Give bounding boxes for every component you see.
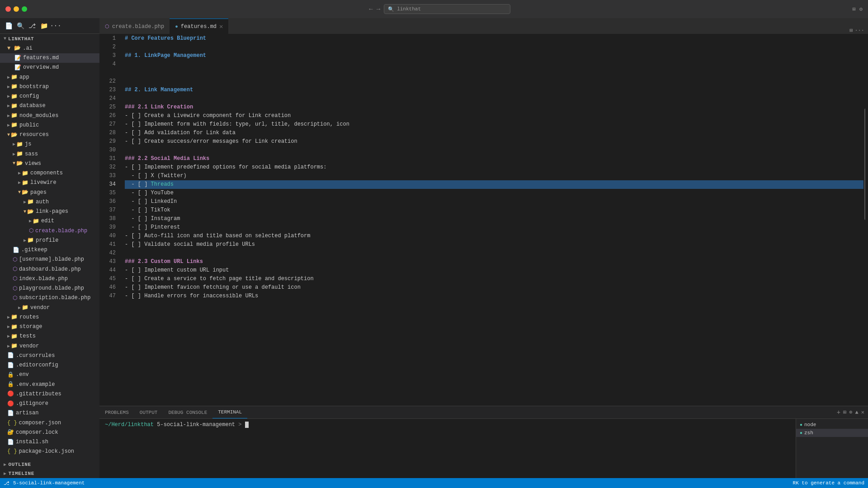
- sidebar-item-vendor-inner[interactable]: ▶ 📁 vendor: [0, 303, 99, 312]
- file-txt-icon: 📄: [7, 352, 14, 359]
- panel-tab-problems[interactable]: PROBLEMS: [99, 406, 134, 418]
- explorer-icon[interactable]: 📁: [39, 21, 49, 31]
- sidebar-item-components[interactable]: ▶ 📁 components: [0, 169, 99, 178]
- sidebar-root[interactable]: ▼ LINKTHAT: [0, 34, 99, 43]
- sidebar-item-username-blade[interactable]: ⬡ [username].blade.php: [0, 255, 99, 264]
- terminal-session-zsh[interactable]: ● zsh: [796, 429, 868, 437]
- sidebar-item-dashboard-blade[interactable]: ⬡ dashboard.blade.php: [0, 264, 99, 274]
- file-git-icon: 🔴: [7, 400, 14, 407]
- tabs: ⬡ create.blade.php ● features.md ✕: [99, 19, 228, 34]
- composer-lock-label: composer.lock: [16, 429, 58, 436]
- panel-tab-debug-console[interactable]: DEBUG CONSOLE: [163, 406, 212, 418]
- search-bar[interactable]: 🔍 linkthat: [384, 4, 510, 14]
- sidebar-item-index-blade[interactable]: ⬡ index.blade.php: [0, 274, 99, 283]
- sidebar-item-create-blade[interactable]: ⬡ create.blade.php: [0, 226, 99, 235]
- nav-forward-button[interactable]: →: [377, 5, 380, 13]
- sidebar-item-gitattributes[interactable]: 🔴 .gitattributes: [0, 389, 99, 399]
- editor-scrollbar[interactable]: [863, 34, 868, 406]
- sidebar-item-livewire[interactable]: ▶ 📁 livewire: [0, 178, 99, 188]
- outline-section[interactable]: ▶ OUTLINE: [0, 460, 99, 469]
- minimize-button[interactable]: [14, 6, 19, 12]
- sidebar-item-profile[interactable]: ▶ 📁 profile: [0, 235, 99, 245]
- sidebar-item-auth[interactable]: ▶ 📁 auth: [0, 197, 99, 206]
- new-terminal-icon[interactable]: +: [837, 409, 840, 416]
- panel-content: ~/Herd/linkthat 5-social-link-management…: [99, 419, 868, 478]
- panel-tab-output[interactable]: OUTPUT: [134, 406, 163, 418]
- file-txt-icon: 📄: [13, 247, 19, 253]
- playground-blade-label: playground.blade.php: [19, 285, 84, 291]
- folder-resources-icon: 📂: [11, 131, 18, 138]
- sidebar-item-pages[interactable]: ▼ 📂 pages: [0, 188, 99, 197]
- chevron-right-icon: ▶: [29, 218, 32, 224]
- sidebar-item-tests[interactable]: ▶ 📁 tests: [0, 332, 99, 341]
- tab-features-md[interactable]: ● features.md ✕: [170, 19, 228, 34]
- split-terminal-icon[interactable]: ⊞: [843, 409, 846, 416]
- terminal-session-node[interactable]: ● node: [796, 421, 868, 429]
- editor-content[interactable]: # Core Features Blueprint ## 1. LinkPage…: [121, 34, 863, 406]
- sidebar-item-env[interactable]: 🔒 .env: [0, 370, 99, 380]
- maximize-button[interactable]: [22, 6, 27, 12]
- sidebar-item-resources[interactable]: ▼ 📂 resources: [0, 130, 99, 140]
- sidebar-item-node-modules[interactable]: ▶ 📁 node_modules: [0, 111, 99, 120]
- sidebar-item-config[interactable]: ▶ 📁 config: [0, 92, 99, 101]
- sidebar-item-editorconfig[interactable]: 📄 .editorconfig: [0, 361, 99, 370]
- sidebar-item-link-pages[interactable]: ▼ 📂 link-pages: [0, 207, 99, 216]
- close-button[interactable]: [5, 6, 11, 12]
- sidebar-item-gitignore[interactable]: 🔴 .gitignore: [0, 399, 99, 408]
- sidebar-item-playground-blade[interactable]: ⬡ playground.blade.php: [0, 284, 99, 293]
- sidebar-item-cursorrules[interactable]: 📄 .cursorrules: [0, 351, 99, 360]
- tab-close-button[interactable]: ✕: [219, 23, 223, 30]
- file-blade-icon: ⬡: [13, 275, 17, 282]
- chevron-right-icon: ▶: [7, 103, 10, 108]
- sidebar-item-sass[interactable]: ▶ 📁 sass: [0, 149, 99, 159]
- sidebar-item-composer-lock[interactable]: 🔐 composer.lock: [0, 427, 99, 437]
- source-control-icon[interactable]: ⎇: [27, 21, 37, 31]
- sidebar-item-install-sh[interactable]: 📄 install.sh: [0, 437, 99, 447]
- nav-back-button[interactable]: ←: [369, 5, 373, 13]
- public-label: public: [19, 122, 39, 128]
- kill-terminal-icon[interactable]: ⊗: [849, 409, 852, 416]
- new-file-icon[interactable]: 📄: [4, 21, 14, 31]
- sidebar-item-composer-json[interactable]: { } composer.json: [0, 418, 99, 427]
- split-editor-icon[interactable]: ⊞: [849, 27, 853, 34]
- sidebar-item-routes[interactable]: ▶ 📁 routes: [0, 312, 99, 322]
- routes-label: routes: [19, 314, 39, 320]
- timeline-section[interactable]: ▶ TIMELINE: [0, 469, 99, 478]
- line-num-3: 3: [99, 52, 116, 60]
- sidebar-item-overview-md[interactable]: 📝 overview.md: [0, 63, 99, 72]
- more-tabs-icon[interactable]: ···: [854, 28, 864, 34]
- sidebar-item-public[interactable]: ▶ 📁 public: [0, 120, 99, 130]
- sidebar-item-gitkeep[interactable]: 📄 .gitkeep: [0, 245, 99, 255]
- sidebar-item-views[interactable]: ▼ 📂 views: [0, 159, 99, 168]
- sidebar-item-artisan[interactable]: 📄 artisan: [0, 408, 99, 418]
- sidebar-item-storage[interactable]: ▶ 📁 storage: [0, 322, 99, 332]
- code-line-36: - [ ] LinkedIn: [125, 197, 863, 206]
- sidebar-item-bootstrap[interactable]: ▶ 📁 bootstrap: [0, 82, 99, 91]
- line-num-41: 41: [99, 240, 116, 249]
- terminal-main[interactable]: ~/Herd/linkthat 5-social-link-management…: [99, 419, 796, 478]
- sidebar-item-env-example[interactable]: 🔒 .env.example: [0, 380, 99, 389]
- sidebar-item-app[interactable]: ▶ 📁 app: [0, 72, 99, 82]
- panel-tab-terminal[interactable]: TERMINAL: [212, 406, 247, 418]
- sidebar-item-features-md[interactable]: 📝 features.md: [0, 53, 99, 63]
- close-panel-icon[interactable]: ✕: [861, 409, 864, 416]
- sidebar-item-js[interactable]: ▶ 📁 js: [0, 140, 99, 149]
- sidebar-item-ai[interactable]: ▼ 📂 .ai: [0, 43, 99, 53]
- chevron-down-icon: ▼: [4, 36, 6, 41]
- sidebar-item-edit[interactable]: ▶ 📁 edit: [0, 216, 99, 226]
- sidebar-item-vendor[interactable]: ▶ 📁 vendor: [0, 341, 99, 351]
- sidebar-item-subscription-blade[interactable]: ⬡ subscription.blade.php: [0, 293, 99, 303]
- layout-icon[interactable]: ⊞: [853, 6, 856, 13]
- code-line-2: [125, 43, 863, 52]
- tab-create-blade[interactable]: ⬡ create.blade.php: [99, 19, 170, 34]
- search-sidebar-icon[interactable]: 🔍: [15, 21, 25, 31]
- sidebar-item-package-lock-json[interactable]: { } package-lock.json: [0, 447, 99, 456]
- folder-ai-icon: 📂: [14, 45, 21, 52]
- settings-icon[interactable]: ⚙: [859, 6, 863, 13]
- sidebar-item-database[interactable]: ▶ 📁 database: [0, 101, 99, 111]
- chevron-right-icon: ▶: [7, 343, 10, 349]
- livewire-label: livewire: [30, 179, 57, 186]
- maximize-panel-icon[interactable]: ▲: [855, 409, 859, 416]
- more-actions-icon[interactable]: ···: [51, 21, 61, 31]
- line-num-38: 38: [99, 215, 116, 223]
